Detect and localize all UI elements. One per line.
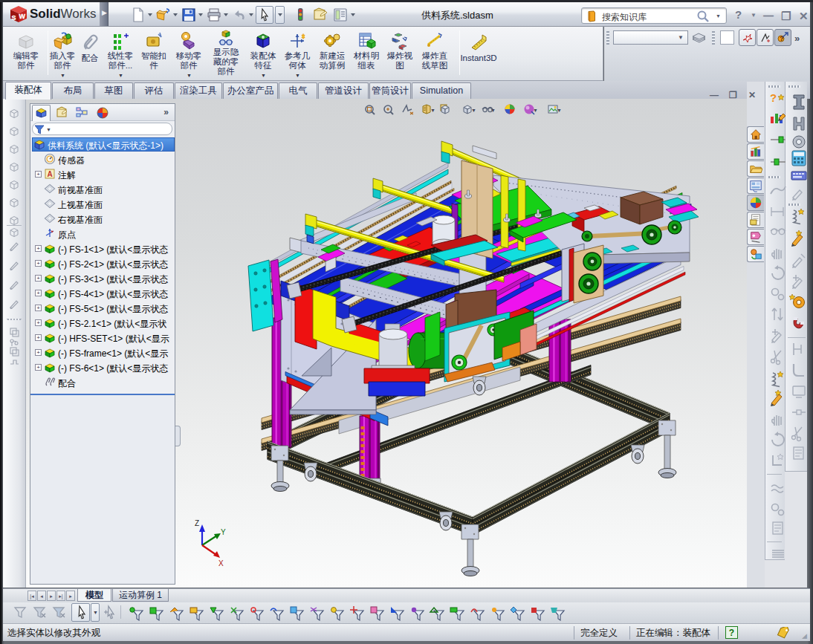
svg-text:A: A [48, 170, 53, 178]
svg-text:X: X [218, 559, 224, 567]
svg-text:Y: Y [221, 528, 226, 536]
svg-text:Z: Z [195, 519, 199, 527]
svg-text:W: W [19, 13, 26, 20]
svg-text:?: ? [770, 91, 777, 104]
svg-text:S: S [12, 14, 16, 22]
